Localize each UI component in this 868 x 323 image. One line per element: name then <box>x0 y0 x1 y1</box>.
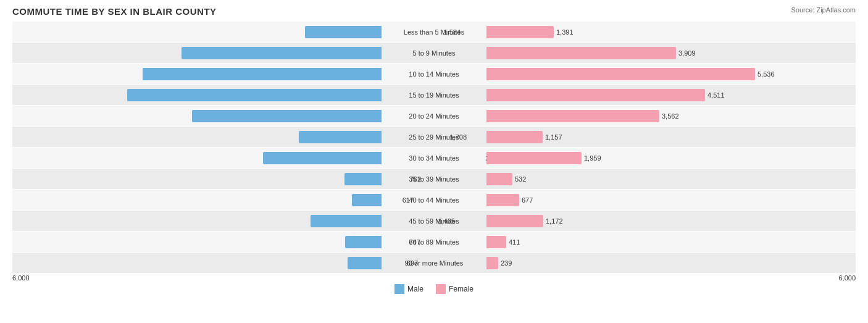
right-half: 411 <box>434 232 856 252</box>
row-label: 5 to 9 Minutes <box>385 49 483 57</box>
chart-row: 2,440 30 to 34 Minutes 1,959 <box>12 148 856 168</box>
source-label: Source: ZipAtlas.com <box>791 6 856 14</box>
value-female: 532 <box>515 175 526 183</box>
left-half: 4,920 <box>12 64 434 84</box>
value-female: 239 <box>501 259 512 267</box>
left-half: 747 <box>12 232 434 252</box>
bar-male <box>263 152 382 164</box>
left-half: 4,128 <box>12 43 434 63</box>
bar-male <box>344 173 382 185</box>
right-half: 5,536 <box>434 64 856 84</box>
row-label: 45 to 59 Minutes <box>385 217 483 225</box>
chart-row: 3,912 20 to 24 Minutes 3,562 <box>12 106 856 126</box>
row-label: 30 to 34 Minutes <box>385 154 483 162</box>
chart-row: 1,708 25 to 29 Minutes 1,157 <box>12 127 856 147</box>
row-label: 35 to 39 Minutes <box>385 175 483 183</box>
value-female: 5,536 <box>757 70 775 78</box>
right-half: 1,172 <box>434 211 856 231</box>
right-half: 1,157 <box>434 127 856 147</box>
right-half: 1,391 <box>434 22 856 42</box>
bar-male <box>311 215 382 227</box>
right-half: 532 <box>434 169 856 189</box>
bar-male <box>345 236 382 248</box>
chart-row: 762 35 to 39 Minutes 532 <box>12 169 856 189</box>
bar-female <box>486 47 676 59</box>
row-label: Less than 5 Minutes <box>385 28 483 36</box>
legend-male-box <box>394 284 404 294</box>
bar-female <box>486 68 755 80</box>
chart-row: 4,128 5 to 9 Minutes 3,909 <box>12 43 856 63</box>
row-label: 15 to 19 Minutes <box>385 91 483 99</box>
row-label: 60 to 89 Minutes <box>385 238 483 246</box>
row-label: 25 to 29 Minutes <box>385 133 483 141</box>
right-half: 239 <box>434 253 856 273</box>
bar-female <box>486 257 498 269</box>
bar-male <box>352 194 382 206</box>
left-half: 697 <box>12 253 434 273</box>
axis-right: 6,000 <box>838 274 856 282</box>
legend-female-label: Female <box>449 285 474 293</box>
bar-female <box>486 152 582 164</box>
chart-row: 4,920 10 to 14 Minutes 5,536 <box>12 64 856 84</box>
left-half: 1,584 <box>12 22 434 42</box>
chart-row: 1,584 Less than 5 Minutes 1,391 <box>12 22 856 42</box>
bar-male <box>182 47 382 59</box>
right-half: 4,511 <box>434 85 856 105</box>
left-half: 1,708 <box>12 127 434 147</box>
bar-female <box>486 131 543 143</box>
chart-row: 1,465 45 to 59 Minutes 1,172 <box>12 211 856 231</box>
right-half: 677 <box>434 190 856 210</box>
bar-female <box>486 236 506 248</box>
chart-rows-wrapper: 1,584 Less than 5 Minutes 1,391 4,128 5 … <box>12 22 856 273</box>
value-female: 4,511 <box>707 91 725 99</box>
row-label: 10 to 14 Minutes <box>385 70 483 78</box>
chart-row: 617 40 to 44 Minutes 677 <box>12 190 856 210</box>
left-half: 5,249 <box>12 85 434 105</box>
right-half: 3,562 <box>434 106 856 126</box>
bar-female <box>486 173 512 185</box>
bar-male <box>192 110 382 122</box>
bar-female <box>486 194 519 206</box>
value-female: 677 <box>522 196 533 204</box>
right-half: 1,959 <box>434 148 856 168</box>
bar-female <box>486 215 543 227</box>
legend-female: Female <box>436 284 474 294</box>
value-female: 1,391 <box>556 28 574 36</box>
value-female: 1,157 <box>545 133 562 141</box>
legend-male-label: Male <box>407 285 424 293</box>
value-female: 1,959 <box>584 154 601 162</box>
left-half: 762 <box>12 169 434 189</box>
bar-male <box>305 26 382 38</box>
axis-left: 6,000 <box>12 274 30 282</box>
chart-row: 747 60 to 89 Minutes 411 <box>12 232 856 252</box>
bar-male <box>127 89 382 101</box>
right-half: 3,909 <box>434 43 856 63</box>
chart-row: 5,249 15 to 19 Minutes 4,511 <box>12 85 856 105</box>
bar-male <box>348 257 382 269</box>
left-half: 1,465 <box>12 211 434 231</box>
chart-container: COMMUTE TIME BY SEX IN BLAIR COUNTY Sour… <box>0 0 868 323</box>
left-half: 3,912 <box>12 106 434 126</box>
left-half: 617 <box>12 190 434 210</box>
bar-female <box>486 89 705 101</box>
chart-title: COMMUTE TIME BY SEX IN BLAIR COUNTY <box>12 6 856 17</box>
left-half: 2,440 <box>12 148 434 168</box>
axis-labels: 6,000 6,000 <box>12 274 856 282</box>
value-female: 411 <box>509 238 520 246</box>
value-female: 1,172 <box>546 217 563 225</box>
chart-row: 697 90 or more Minutes 239 <box>12 253 856 273</box>
bar-male <box>143 68 382 80</box>
bar-female <box>486 110 659 122</box>
legend-female-box <box>436 284 446 294</box>
value-female: 3,909 <box>678 49 696 57</box>
value-female: 3,562 <box>662 112 679 120</box>
row-label: 20 to 24 Minutes <box>385 112 483 120</box>
row-label: 40 to 44 Minutes <box>385 196 483 204</box>
bar-female <box>486 26 554 38</box>
row-label: 90 or more Minutes <box>385 259 483 267</box>
legend-male: Male <box>394 284 424 294</box>
bar-male <box>299 131 382 143</box>
legend: Male Female <box>12 284 856 294</box>
